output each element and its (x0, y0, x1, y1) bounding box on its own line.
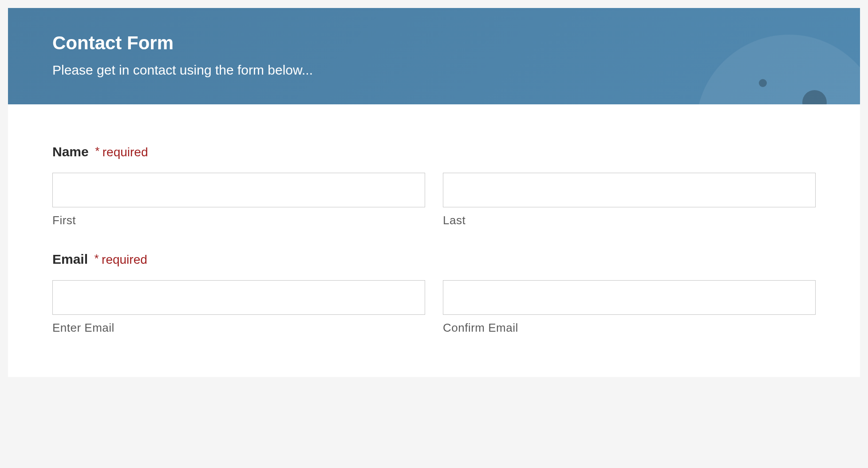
email-label-row: Email * required (52, 252, 816, 267)
confirm-email-sublabel: Confirm Email (443, 321, 816, 335)
form-container: Contact Form Please get in contact using… (8, 8, 860, 377)
form-title: Contact Form (52, 32, 816, 54)
last-name-input[interactable] (443, 173, 816, 207)
confirm-email-input[interactable] (443, 280, 816, 315)
first-name-column: First (52, 173, 425, 227)
form-header: Contact Form Please get in contact using… (8, 8, 860, 104)
email-field-group: Email * required Enter Email Confirm Ema… (52, 252, 816, 335)
name-input-row: First Last (52, 173, 816, 227)
name-label: Name (52, 144, 89, 159)
enter-email-sublabel: Enter Email (52, 321, 425, 335)
required-asterisk-icon: * (95, 252, 99, 265)
required-asterisk-icon: * (95, 144, 99, 158)
name-label-row: Name * required (52, 144, 816, 159)
required-text: required (102, 253, 147, 266)
last-name-column: Last (443, 173, 816, 227)
form-subtitle: Please get in contact using the form bel… (52, 63, 816, 78)
name-field-group: Name * required First Last (52, 144, 816, 227)
first-name-input[interactable] (52, 173, 425, 207)
enter-email-column: Enter Email (52, 280, 425, 335)
first-name-sublabel: First (52, 214, 425, 227)
last-name-sublabel: Last (443, 214, 816, 227)
decorative-dot-icon (759, 79, 767, 87)
page-wrapper: Contact Form Please get in contact using… (0, 0, 868, 468)
email-label: Email (52, 252, 88, 267)
email-input-row: Enter Email Confirm Email (52, 280, 816, 335)
decorative-dot-icon (802, 90, 827, 104)
form-body: Name * required First Last (8, 104, 860, 377)
confirm-email-column: Confirm Email (443, 280, 816, 335)
required-text: required (103, 145, 148, 159)
enter-email-input[interactable] (52, 280, 425, 315)
